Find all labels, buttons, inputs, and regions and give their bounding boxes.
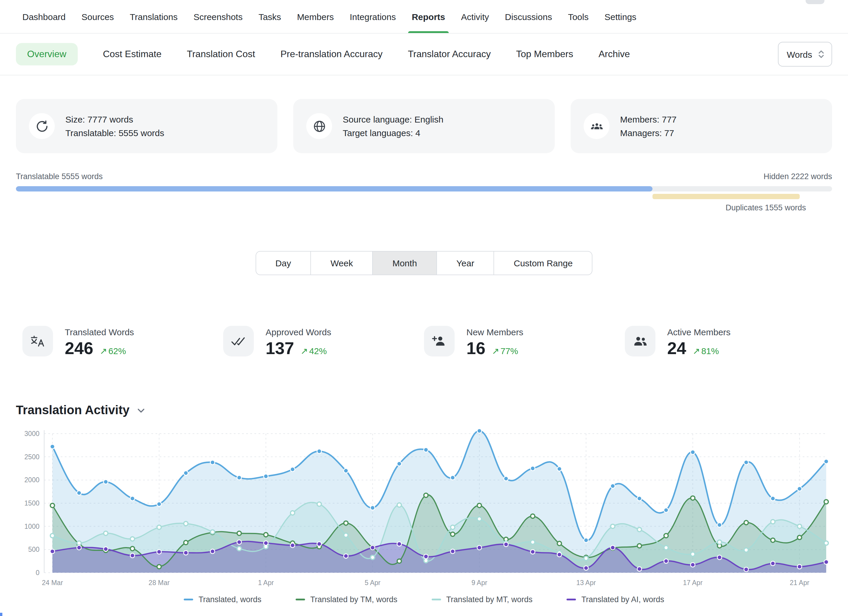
nav-item-settings[interactable]: Settings <box>605 0 636 33</box>
svg-text:1500: 1500 <box>24 499 40 507</box>
range-tab-year[interactable]: Year <box>436 251 494 275</box>
legend-dash-icon <box>184 599 193 600</box>
nav-item-integrations[interactable]: Integrations <box>350 0 396 33</box>
double-check-icon <box>223 326 254 356</box>
summary-card-2: Members: 777Managers: 77 <box>571 99 832 153</box>
stat-value: 24 <box>667 339 686 358</box>
stat-cards: Translated Words246↗62%Approved Words137… <box>0 326 848 358</box>
units-select-value: Words <box>787 49 812 59</box>
section-title: Translation Activity <box>16 403 129 417</box>
report-tab-archive[interactable]: Archive <box>599 49 630 59</box>
stat-delta-value: 42% <box>309 346 327 356</box>
nav-item-dashboard[interactable]: Dashboard <box>22 0 66 33</box>
report-subnav: OverviewCost EstimateTranslation CostPre… <box>0 34 848 76</box>
report-tab-translation-cost[interactable]: Translation Cost <box>187 49 255 59</box>
words-breakdown: Translatable 5555 words Hidden 2222 word… <box>0 172 848 212</box>
stat-delta: ↗81% <box>693 346 719 356</box>
svg-text:3000: 3000 <box>24 430 40 438</box>
summary-card-0-line-1: Translatable: 5555 words <box>65 126 164 140</box>
legend-dash-icon <box>296 599 305 600</box>
report-tab-overview[interactable]: Overview <box>16 43 77 65</box>
stat-card-approved-words: Approved Words137↗42% <box>223 326 424 358</box>
range-tab-day[interactable]: Day <box>255 251 311 275</box>
svg-text:17 Apr: 17 Apr <box>683 579 703 586</box>
chevron-down-icon[interactable] <box>136 406 145 414</box>
trend-up-icon: ↗ <box>492 346 500 356</box>
people-icon <box>625 326 655 356</box>
stat-label: Translated Words <box>65 327 134 337</box>
progress-circle-icon <box>29 113 55 139</box>
stat-card-translated-words: Translated Words246↗62% <box>22 326 223 358</box>
stat-label: Approved Words <box>265 327 331 337</box>
stat-delta: ↗77% <box>492 346 518 356</box>
nav-item-discussions[interactable]: Discussions <box>505 0 552 33</box>
duplicates-bar-row <box>16 194 832 199</box>
report-tabs: OverviewCost EstimateTranslation CostPre… <box>16 43 630 65</box>
main-nav: DashboardSourcesTranslationsScreenshotsT… <box>0 0 848 34</box>
report-tab-translator-accuracy[interactable]: Translator Accuracy <box>408 49 491 59</box>
chart-legend: Translated, wordsTranslated by TM, words… <box>16 595 832 604</box>
members-icon <box>584 113 609 139</box>
stat-card-active-members: Active Members24↗81% <box>625 326 826 358</box>
stat-delta: ↗62% <box>100 346 126 356</box>
hidden-label: Hidden 2222 words <box>763 172 832 181</box>
report-tab-cost-estimate[interactable]: Cost Estimate <box>103 49 162 59</box>
nav-item-tools[interactable]: Tools <box>568 0 589 33</box>
updown-icon <box>818 49 824 59</box>
nav-item-tasks[interactable]: Tasks <box>258 0 281 33</box>
summary-card-0-line-0: Size: 7777 words <box>65 113 164 126</box>
translation-activity-section: Translation Activity 0500100015002000250… <box>0 403 848 604</box>
range-tab-month[interactable]: Month <box>372 251 437 275</box>
nav-item-members[interactable]: Members <box>297 0 334 33</box>
nav-item-sources[interactable]: Sources <box>82 0 114 33</box>
activity-chart-svg: 05001000150020002500300024 Mar28 Mar1 Ap… <box>16 425 832 590</box>
trend-up-icon: ↗ <box>301 346 308 356</box>
legend-item-translated-by-tm-words[interactable]: Translated by TM, words <box>296 595 397 604</box>
summary-card-1-line-1: Target languages: 4 <box>343 126 443 140</box>
svg-text:21 Apr: 21 Apr <box>790 579 809 586</box>
legend-label: Translated by TM, words <box>310 595 397 604</box>
summary-card-1: Source language: EnglishTarget languages… <box>293 99 555 153</box>
svg-text:1000: 1000 <box>24 522 40 530</box>
report-tab-pre-translation-accuracy[interactable]: Pre-translation Accuracy <box>280 49 382 59</box>
nav-item-reports[interactable]: Reports <box>412 0 445 33</box>
legend-item-translated-by-ai-words[interactable]: Translated by AI, words <box>567 595 664 604</box>
svg-text:24 Mar: 24 Mar <box>42 579 63 586</box>
translation-activity-chart: 05001000150020002500300024 Mar28 Mar1 Ap… <box>16 425 832 593</box>
legend-item-translated-words[interactable]: Translated, words <box>184 595 261 604</box>
legend-dash-icon <box>431 599 441 600</box>
duplicates-bar-fill <box>652 194 799 199</box>
nav-item-screenshots[interactable]: Screenshots <box>193 0 243 33</box>
legend-label: Translated, words <box>199 595 261 604</box>
summary-card-0: Size: 7777 wordsTranslatable: 5555 words <box>16 99 277 153</box>
globe-icon <box>306 113 332 139</box>
nav-item-translations[interactable]: Translations <box>130 0 178 33</box>
svg-text:5 Apr: 5 Apr <box>365 579 381 586</box>
translatable-bar-fill <box>16 186 652 191</box>
summary-card-2-line-0: Members: 777 <box>620 113 677 126</box>
range-tab-custom-range[interactable]: Custom Range <box>494 251 593 275</box>
stat-value: 246 <box>65 339 93 358</box>
svg-text:500: 500 <box>28 546 40 553</box>
svg-text:13 Apr: 13 Apr <box>576 579 596 586</box>
summary-card-1-line-0: Source language: English <box>343 113 443 126</box>
stat-card-new-members: New Members16↗77% <box>424 326 625 358</box>
svg-text:9 Apr: 9 Apr <box>471 579 487 586</box>
person-add-icon <box>424 326 455 356</box>
stat-delta-value: 81% <box>701 346 719 356</box>
trend-up-icon: ↗ <box>100 346 107 356</box>
report-tab-top-members[interactable]: Top Members <box>516 49 573 59</box>
svg-text:2500: 2500 <box>24 453 40 461</box>
duplicates-label: Duplicates 1555 words <box>16 203 832 212</box>
units-select[interactable]: Words <box>778 42 832 67</box>
stat-delta: ↗42% <box>301 346 327 356</box>
stat-delta-value: 77% <box>501 346 518 356</box>
svg-text:28 Mar: 28 Mar <box>149 579 170 586</box>
reports-overview-page: DashboardSourcesTranslationsScreenshotsT… <box>0 0 848 616</box>
nav-item-activity[interactable]: Activity <box>461 0 489 33</box>
words-progress-bar <box>16 186 832 191</box>
range-tab-week[interactable]: Week <box>311 251 373 275</box>
legend-dash-icon <box>567 599 576 600</box>
legend-item-translated-by-mt-words[interactable]: Translated by MT, words <box>431 595 532 604</box>
top-right-partial[interactable] <box>806 0 824 4</box>
